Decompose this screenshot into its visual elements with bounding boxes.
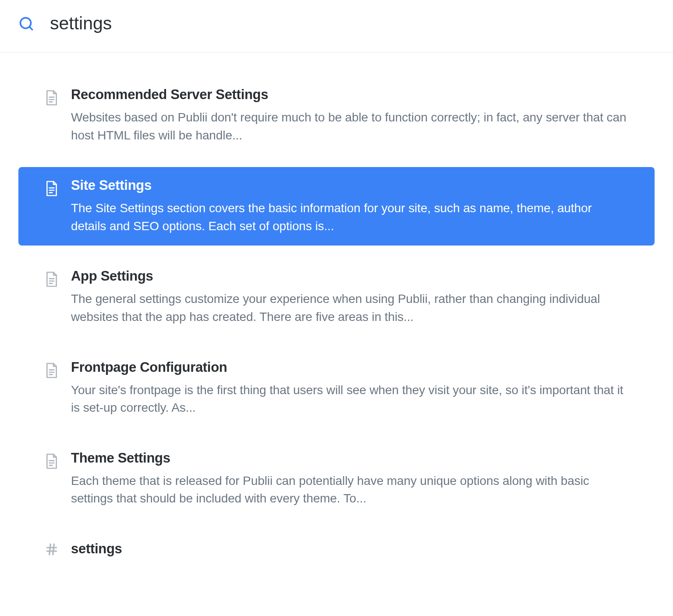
results-list: Recommended Server SettingsWebsites base… [0, 53, 673, 568]
svg-line-20 [53, 544, 54, 555]
document-icon [45, 362, 59, 379]
result-title: Frontpage Configuration [71, 360, 628, 375]
result-item[interactable]: settings [18, 531, 655, 568]
result-title: Recommended Server Settings [71, 87, 628, 103]
document-icon [45, 271, 59, 288]
svg-line-19 [50, 544, 51, 555]
result-description: Websites based on Publii don't require m… [71, 109, 628, 144]
result-title: Theme Settings [71, 450, 628, 466]
result-text: Site SettingsThe Site Settings section c… [71, 178, 628, 235]
result-text: settings [71, 541, 628, 557]
result-description: Each theme that is released for Publii c… [71, 472, 628, 508]
result-text: Frontpage ConfigurationYour site's front… [71, 360, 628, 417]
result-item[interactable]: Theme SettingsEach theme that is release… [18, 440, 655, 518]
result-text: Theme SettingsEach theme that is release… [71, 450, 628, 508]
result-text: App SettingsThe general settings customi… [71, 268, 628, 326]
result-title: settings [71, 541, 628, 557]
result-item[interactable]: Site SettingsThe Site Settings section c… [18, 167, 655, 246]
result-text: Recommended Server SettingsWebsites base… [71, 87, 628, 144]
result-description: Your site's frontpage is the first thing… [71, 381, 628, 417]
search-bar [0, 0, 673, 53]
document-icon [45, 89, 59, 106]
hash-icon [45, 541, 59, 558]
result-description: The general settings customize your expe… [71, 290, 628, 326]
result-title: App Settings [71, 268, 628, 284]
result-description: The Site Settings section covers the bas… [71, 199, 628, 235]
svg-line-1 [29, 26, 32, 29]
document-icon [45, 180, 59, 197]
result-item[interactable]: App SettingsThe general settings customi… [18, 258, 655, 336]
result-title: Site Settings [71, 178, 628, 193]
search-input[interactable] [50, 13, 655, 34]
result-item[interactable]: Frontpage ConfigurationYour site's front… [18, 349, 655, 427]
result-item[interactable]: Recommended Server SettingsWebsites base… [18, 76, 655, 155]
document-icon [45, 453, 59, 470]
search-icon [18, 16, 34, 32]
